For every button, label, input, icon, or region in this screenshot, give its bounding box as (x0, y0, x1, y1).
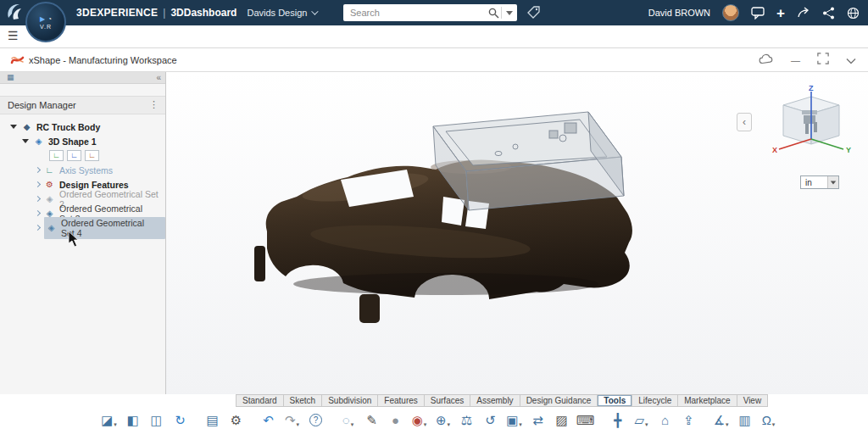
brand-divider: | (163, 7, 165, 19)
color-wheel-icon[interactable]: ◉▾ (409, 409, 430, 431)
axis-z-label[interactable]: Z (809, 85, 814, 92)
save-icon[interactable]: ◫ (146, 409, 167, 431)
stats-icon[interactable]: ▥ (734, 409, 755, 431)
tags-icon[interactable] (527, 6, 541, 22)
section-tab-sketch[interactable]: Sketch (284, 395, 323, 406)
maximize-icon[interactable] (817, 53, 829, 68)
units-chevron-icon (827, 176, 838, 188)
view-compass[interactable]: Z X Y (771, 85, 852, 171)
plane-icon-strip: ∟ ∟ ∟ (49, 150, 165, 161)
xshape-app-icon (10, 53, 25, 70)
compass-emblem-icon[interactable]: ▶ ◔ V.R (25, 2, 66, 42)
tree-item-rc-truck-body[interactable]: ◆ RC Truck Body (0, 120, 165, 134)
sync-icon[interactable]: ↻ (170, 409, 191, 431)
cloud-icon[interactable] (759, 53, 774, 68)
move-icon[interactable]: ╋ (607, 409, 628, 431)
toolbar-section-tabs: Standard Sketch Subdivision Features Sur… (236, 394, 768, 407)
panel-collapse-button[interactable]: ‹ (737, 113, 752, 131)
section-tab-lifecycle[interactable]: Lifecycle (632, 395, 678, 406)
collapsed-caret-icon[interactable] (35, 167, 41, 173)
section-tab-subdivision[interactable]: Subdivision (322, 395, 378, 406)
yz-plane-icon[interactable]: ∟ (67, 150, 81, 161)
part-icon: ◆ (21, 121, 32, 132)
undo-icon[interactable]: ↶ (258, 409, 279, 431)
collapse-panel-chevron-icon[interactable] (846, 53, 856, 68)
geometrical-set-icon: ◈ (46, 222, 57, 233)
catalog-icon[interactable]: ▦ (7, 73, 14, 81)
collapsed-caret-icon[interactable] (35, 196, 41, 202)
zoom-area-icon[interactable]: ⊕▾ (432, 409, 453, 431)
search-input[interactable]: Search (343, 4, 517, 21)
section-tab-tools[interactable]: Tools (598, 395, 632, 406)
minimize-icon[interactable]: — (791, 55, 800, 65)
settings-icon[interactable]: ⚙ (225, 409, 247, 431)
tree-item-ordered-geometrical-set-4[interactable]: ◈ Ordered Geometrical Set 4 (0, 220, 165, 235)
snapshot-icon[interactable]: ▣▾ (504, 409, 525, 431)
expanded-caret-icon[interactable] (22, 139, 29, 143)
collapsed-caret-icon[interactable] (35, 210, 41, 216)
3d-viewport[interactable]: ‹ Z X Y in (166, 72, 868, 394)
globe-icon[interactable] (847, 7, 860, 19)
material-sphere-icon[interactable]: ● (385, 409, 406, 431)
truck-model[interactable] (166, 72, 868, 394)
weight-icon[interactable]: Ω▾ (758, 409, 779, 431)
section-tab-view[interactable]: View (737, 395, 768, 406)
keyboard-icon[interactable]: ⌨ (575, 409, 596, 431)
section-tab-marketplace[interactable]: Marketplace (678, 395, 737, 406)
xy-plane-icon[interactable]: ∟ (49, 150, 64, 161)
new-part-icon[interactable]: ◪▾ (98, 409, 120, 431)
zx-plane-icon[interactable]: ∟ (85, 150, 99, 161)
balance-icon[interactable]: ⚖ (456, 409, 477, 431)
rotate-view-icon[interactable]: ↺ (480, 409, 501, 431)
collapsed-caret-icon[interactable] (35, 225, 41, 231)
section-tab-surfaces[interactable]: Surfaces (425, 395, 470, 406)
kebab-menu-icon[interactable]: ⋮ (149, 99, 159, 110)
workspace-title: xShape - Manufacturing Workspace (29, 48, 177, 72)
section-tab-features[interactable]: Features (378, 395, 424, 406)
lasso-select-icon[interactable]: ◌▾ (337, 409, 359, 431)
hatch-icon[interactable]: ▨ (551, 409, 572, 431)
axis-x-label[interactable]: X (772, 146, 777, 154)
selected-bed-box (433, 112, 624, 210)
measure-icon[interactable]: ∡▾ (710, 409, 732, 431)
section-tab-assembly[interactable]: Assembly (470, 395, 520, 406)
insert-shape-icon[interactable]: ◧ (122, 409, 143, 431)
avatar[interactable] (722, 4, 739, 21)
home-icon[interactable]: ⌂ (654, 409, 676, 431)
app-name: 3DDashboard (170, 7, 236, 19)
search-icon[interactable] (486, 8, 501, 19)
share-nodes-icon[interactable] (822, 7, 835, 19)
collapse-panel-icon[interactable]: « (156, 72, 161, 83)
chat-icon[interactable] (751, 7, 765, 19)
sphere-icon: ◔ (47, 15, 52, 23)
features-gear-icon: ⚙ (44, 179, 55, 190)
add-icon[interactable]: + (776, 6, 785, 20)
tree-item-axis-systems[interactable]: ∟ Axis Systems (0, 163, 165, 177)
axis-y-label[interactable]: Y (846, 146, 851, 154)
section-tab-design-guidance[interactable]: Design Guidance (520, 395, 598, 406)
stamp-icon[interactable]: ✎ (361, 409, 382, 431)
collapsed-caret-icon[interactable] (35, 181, 41, 187)
axis-icon: ∟ (44, 164, 55, 175)
selected-tree-row[interactable]: ◈ Ordered Geometrical Set 4 (44, 217, 165, 239)
hamburger-menu-icon[interactable]: ☰ (8, 29, 19, 42)
tree-item-3d-shape-1[interactable]: ◈ 3D Shape 1 (0, 134, 165, 148)
align-icon[interactable]: ⇄ (527, 409, 548, 431)
expanded-caret-icon[interactable] (10, 125, 17, 129)
units-dropdown[interactable]: in (800, 175, 839, 189)
section-tab-standard[interactable]: Standard (236, 395, 284, 406)
primitive-box-icon[interactable]: ▱▾ (631, 409, 652, 431)
dashboard-selector[interactable]: Davids Design (247, 8, 316, 18)
design-tree-panel: ▦ « Design Manager ⋮ ◆ RC Truck Body ◈ 3… (0, 72, 166, 394)
user-name[interactable]: David BROWN (648, 8, 710, 18)
redo-icon[interactable]: ↷▾ (281, 409, 303, 431)
mouse-cursor (68, 231, 80, 251)
brand-text: 3DEXPERIENCE (76, 7, 158, 19)
export-icon[interactable]: ⇪ (678, 409, 699, 431)
3ds-logo-icon[interactable] (5, 2, 27, 25)
help-icon[interactable]: ? (305, 409, 326, 431)
sheet-icon[interactable]: ▤ (202, 409, 223, 431)
emblem-caption: V.R (40, 24, 52, 30)
search-options-dropdown[interactable] (502, 11, 517, 15)
share-icon[interactable] (797, 7, 810, 19)
